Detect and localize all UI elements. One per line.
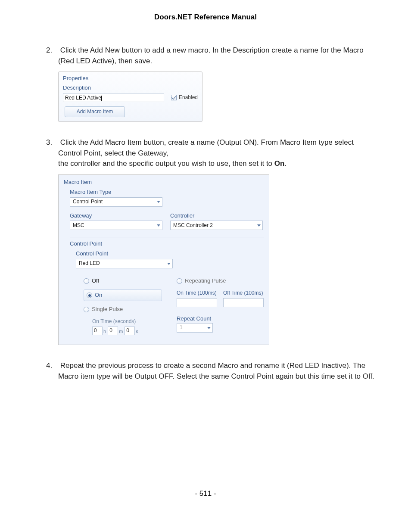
macro-item-type-label: Macro Item Type: [70, 188, 264, 196]
radio-off[interactable]: Off: [84, 277, 162, 285]
macro-item-type-combo[interactable]: Control Point: [70, 197, 162, 207]
step-number: 3.: [46, 137, 58, 148]
ontime-100ms-label: On Time (100ms): [177, 289, 217, 297]
minutes-input[interactable]: 0: [108, 327, 118, 335]
chevron-down-icon: [167, 263, 171, 265]
step-number: 2.: [46, 45, 58, 56]
radio-off-label: Off: [92, 277, 99, 285]
step-text: the controller and the specific output y…: [58, 159, 274, 168]
enabled-checkbox[interactable]: Enabled: [171, 94, 198, 101]
description-input[interactable]: Red LED Active: [63, 93, 164, 102]
radio-on[interactable]: On: [84, 289, 162, 301]
repeat-count-value: 1: [180, 324, 183, 331]
step-text-bold: On: [274, 159, 285, 168]
page-number: - 511 -: [34, 489, 377, 498]
step-number: 4.: [46, 361, 58, 371]
chevron-down-icon: [157, 224, 160, 227]
macro-item-header: Macro Item: [64, 178, 264, 187]
ontime-100ms-input[interactable]: [177, 298, 217, 307]
enabled-label: Enabled: [179, 94, 198, 101]
step-text: Repeat the previous process to create a …: [58, 361, 374, 380]
gateway-combo[interactable]: MSC: [70, 221, 162, 230]
description-label: Description: [63, 84, 198, 92]
hours-input[interactable]: 0: [92, 327, 103, 335]
properties-header: Properties: [63, 75, 198, 83]
radio-repeating-pulse[interactable]: Repeating Pulse: [177, 277, 264, 285]
control-point-label: Control Point: [76, 250, 264, 258]
screenshot-macro-item: Macro Item Macro Item Type Control Point…: [58, 174, 269, 345]
radio-single-pulse[interactable]: Single Pulse: [84, 305, 162, 314]
controller-combo[interactable]: MSC Controller 2: [170, 221, 263, 230]
step-text: Click the Add Macro Item button, create …: [58, 138, 354, 157]
minutes-unit: m: [119, 328, 123, 335]
step-text: Click the Add New button to add a new ma…: [58, 46, 364, 65]
radio-icon: [87, 292, 92, 298]
check-icon: [171, 95, 177, 100]
seconds-unit: s: [136, 328, 138, 335]
page-title: Doors.NET Reference Manual: [34, 13, 377, 22]
controller-label: Controller: [170, 212, 264, 220]
controller-value: MSC Controller 2: [173, 222, 213, 229]
chevron-down-icon: [207, 327, 211, 329]
repeat-count-label: Repeat Count: [177, 315, 264, 323]
chevron-down-icon: [257, 224, 261, 227]
macro-item-type-value: Control Point: [73, 198, 103, 205]
offtime-100ms-input[interactable]: [223, 298, 264, 307]
hours-unit: h: [103, 328, 106, 335]
radio-single-pulse-label: Single Pulse: [92, 305, 123, 314]
ontime-seconds-label: On Time (seconds): [92, 318, 162, 325]
radio-icon: [177, 278, 182, 284]
gateway-label: Gateway: [70, 212, 163, 220]
gateway-value: MSC: [73, 222, 84, 229]
radio-icon: [84, 278, 89, 284]
radio-on-label: On: [95, 291, 102, 299]
radio-icon: [84, 307, 89, 312]
step-text: .: [284, 159, 286, 168]
control-point-combo[interactable]: Red LED: [76, 259, 173, 268]
radio-repeating-pulse-label: Repeating Pulse: [185, 277, 226, 285]
seconds-input[interactable]: 0: [125, 327, 135, 335]
repeat-count-combo[interactable]: 1: [177, 323, 213, 333]
add-macro-item-button[interactable]: Add Macro Item: [65, 106, 125, 117]
screenshot-properties: Properties Description Red LED Active En…: [58, 72, 202, 122]
control-point-group-title: Control Point: [70, 240, 264, 248]
chevron-down-icon: [157, 201, 160, 203]
control-point-value: Red LED: [79, 260, 100, 267]
description-value: Red LED Active: [65, 95, 101, 101]
offtime-100ms-label: Off Time (100ms): [223, 289, 264, 297]
